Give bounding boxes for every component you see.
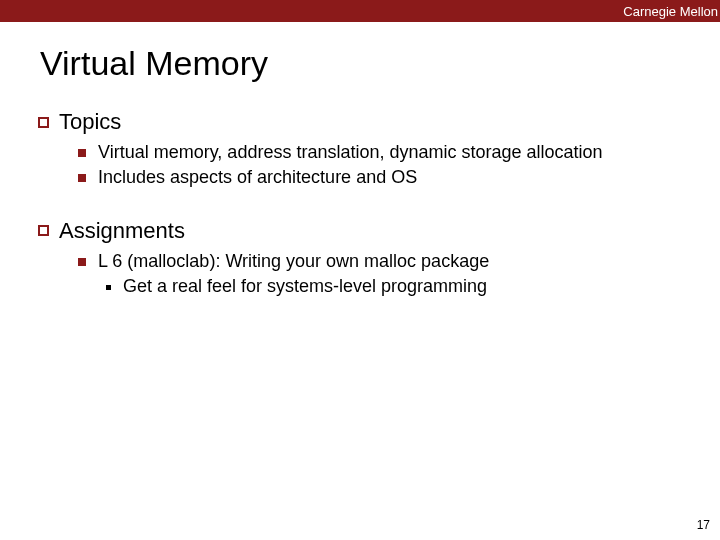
hollow-square-bullet-icon xyxy=(38,117,49,128)
list-item: Includes aspects of architecture and OS xyxy=(78,166,690,189)
institution-label: Carnegie Mellon xyxy=(623,4,720,19)
list-item: Virtual memory, address translation, dyn… xyxy=(78,141,690,164)
assignments-list: L 6 (malloclab): Writing your own malloc… xyxy=(38,250,690,299)
hollow-square-bullet-icon xyxy=(38,225,49,236)
header-bar: Carnegie Mellon xyxy=(0,0,720,22)
filled-square-bullet-icon xyxy=(78,174,86,182)
assignments-sublist: Get a real feel for systems-level progra… xyxy=(78,275,690,298)
list-sub-item-text: Get a real feel for systems-level progra… xyxy=(123,275,487,298)
section-heading: Topics xyxy=(59,109,121,135)
list-sub-item: Get a real feel for systems-level progra… xyxy=(106,275,690,298)
list-item-text: Virtual memory, address translation, dyn… xyxy=(98,141,603,164)
section-header-assignments: Assignments xyxy=(38,218,690,244)
list-item-text: L 6 (malloclab): Writing your own malloc… xyxy=(98,250,489,273)
page-number: 17 xyxy=(697,518,710,532)
section-header-topics: Topics xyxy=(38,109,690,135)
tiny-square-bullet-icon xyxy=(106,285,111,290)
slide-title: Virtual Memory xyxy=(40,44,720,83)
topics-list: Virtual memory, address translation, dyn… xyxy=(38,141,690,190)
slide-content: Topics Virtual memory, address translati… xyxy=(0,109,720,299)
filled-square-bullet-icon xyxy=(78,258,86,266)
section-heading: Assignments xyxy=(59,218,185,244)
list-item-text: Includes aspects of architecture and OS xyxy=(98,166,417,189)
list-item: L 6 (malloclab): Writing your own malloc… xyxy=(78,250,690,273)
filled-square-bullet-icon xyxy=(78,149,86,157)
